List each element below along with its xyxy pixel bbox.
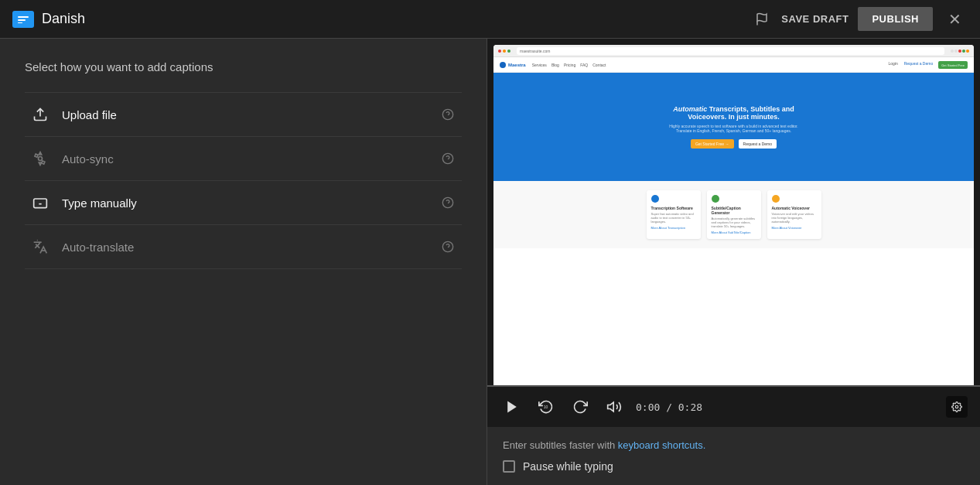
nav-blog: Blog (551, 63, 559, 67)
browser-mockup: maestrasuite.com (493, 45, 974, 387)
publish-button[interactable]: PUBLISH (858, 7, 933, 31)
video-progress-bar[interactable] (487, 385, 980, 387)
volume-button[interactable] (602, 394, 627, 419)
feature-voiceover-text: Voiceover and edit your videos into fore… (772, 212, 817, 224)
hero-buttons: Get Started Free → Request a Demo (691, 139, 777, 149)
feature-transcription-link: More About Transcription (651, 226, 696, 230)
nav-request-demo: Request a Demo (904, 61, 934, 69)
website-logo: Maestra (500, 62, 526, 68)
forward-button[interactable] (568, 394, 592, 419)
option-auto-translate[interactable]: Auto-translate (25, 225, 462, 269)
option-auto-sync[interactable]: Auto-sync (25, 137, 462, 181)
svg-rect-2 (18, 19, 26, 21)
feature-transcription-icon (651, 195, 659, 203)
left-panel: Select how you want to add captions Uplo… (0, 39, 487, 485)
pause-while-typing-checkbox[interactable] (503, 460, 515, 473)
section-title: Select how you want to add captions (25, 60, 462, 73)
hero-title: Automatic Transcripts, Subtitles andVoic… (673, 105, 794, 121)
feature-voiceover-title: Automatic Voiceover (772, 206, 817, 210)
flag-button[interactable] (752, 9, 772, 29)
website-logo-icon (500, 62, 506, 68)
play-button[interactable] (500, 394, 524, 419)
website-logo-text: Maestra (508, 63, 526, 67)
website-hero: Automatic Transcripts, Subtitles andVoic… (493, 73, 974, 181)
browser-action-icon-5 (966, 50, 969, 53)
options-list: Upload file (25, 92, 462, 269)
hero-subtitle: Highly accurate speech to text software … (669, 124, 797, 133)
time-display: 0:00 / 0:28 (636, 401, 702, 413)
browser-bar: maestrasuite.com (493, 45, 974, 57)
auto-sync-label: Auto-sync (62, 152, 428, 166)
feature-transcription: Transcription Software Super fast automa… (647, 190, 701, 239)
pause-while-typing-label: Pause while typing (523, 460, 613, 473)
svg-point-26 (955, 405, 958, 408)
feature-voiceover-link: More About Voiceover (772, 226, 817, 230)
app-logo-icon (12, 11, 34, 28)
nav-get-started-text: Get Started Free (941, 63, 965, 67)
feature-subtitle: Subtitle/Caption Generator Automatically… (707, 190, 761, 239)
video-preview: maestrasuite.com (487, 39, 980, 387)
hero-get-started-btn: Get Started Free → (691, 139, 734, 149)
close-button[interactable]: ✕ (942, 7, 968, 32)
upload-file-label: Upload file (62, 108, 428, 121)
feature-subtitle-text: Automatically generate subtitles and cap… (712, 217, 756, 229)
hero-request-demo-btn: Request a Demo (739, 139, 777, 149)
option-upload-file[interactable]: Upload file (25, 92, 462, 137)
browser-action-icon-1 (951, 50, 954, 53)
nav-services: Services (532, 63, 547, 67)
website-nav: Maestra Services Blog Pricing FAQ Contac… (493, 57, 974, 73)
feature-transcription-title: Transcription Software (651, 206, 696, 210)
browser-dot-yellow (503, 50, 506, 53)
save-draft-button[interactable]: SAVE DRAFT (781, 13, 849, 25)
pause-typing-row: Pause while typing (503, 460, 965, 473)
feature-voiceover: Automatic Voiceover Voiceover and edit y… (767, 190, 821, 239)
browser-action-icon-4 (962, 50, 965, 53)
main-content: Select how you want to add captions Uplo… (0, 39, 980, 485)
website-features: Transcription Software Super fast automa… (493, 181, 974, 248)
rewind-button[interactable]: 10 (534, 394, 558, 419)
header-logo: Danish (12, 11, 752, 28)
svg-rect-3 (18, 22, 22, 23)
shortcuts-text: Enter subtitles faster with keyboard sho… (503, 439, 965, 451)
bottom-info: Enter subtitles faster with keyboard sho… (487, 427, 980, 485)
feature-voiceover-icon (772, 195, 780, 203)
option-type-manually[interactable]: Type manually (25, 181, 462, 225)
translate-icon (31, 237, 50, 256)
type-manually-help-icon[interactable] (440, 195, 456, 210)
nav-pricing: Pricing (564, 63, 575, 67)
browser-icons (951, 50, 969, 53)
type-manually-label: Type manually (62, 196, 428, 210)
header: Danish SAVE DRAFT PUBLISH ✕ (0, 0, 980, 39)
video-container: maestrasuite.com (487, 39, 980, 387)
browser-action-icon-2 (954, 50, 958, 53)
browser-dot-green (507, 50, 510, 53)
browser-dot-red (498, 50, 501, 53)
svg-rect-1 (18, 16, 29, 18)
feature-transcription-text: Super fast automatic video and audio to … (651, 212, 696, 224)
nav-faq: FAQ (580, 63, 588, 67)
website-nav-items: Services Blog Pricing FAQ Contact (532, 63, 606, 67)
upload-help-icon[interactable] (440, 107, 456, 122)
auto-sync-help-icon[interactable] (440, 151, 456, 166)
auto-sync-icon (31, 149, 50, 168)
video-controls: 10 0:00 / 0:28 (487, 387, 980, 427)
website-nav-buttons: Login Request a Demo Get Started Free (888, 61, 968, 69)
browser-action-icon-3 (958, 50, 961, 53)
svg-marker-25 (608, 402, 614, 412)
header-actions: SAVE DRAFT PUBLISH ✕ (752, 7, 968, 32)
right-panel: maestrasuite.com (487, 39, 980, 485)
feature-subtitle-icon (712, 195, 719, 203)
svg-text:10: 10 (544, 405, 548, 409)
auto-translate-help-icon[interactable] (440, 239, 456, 254)
nav-contact: Contact (592, 63, 606, 67)
upload-icon (31, 105, 50, 124)
browser-url-bar: maestrasuite.com (517, 47, 944, 55)
svg-marker-23 (507, 401, 517, 413)
feature-subtitle-title: Subtitle/Caption Generator (712, 206, 756, 215)
svg-rect-11 (34, 199, 47, 208)
browser-dots (498, 50, 510, 53)
keyboard-shortcuts-link[interactable]: keyboard shortcuts. (618, 439, 705, 451)
auto-translate-label: Auto-translate (62, 241, 428, 254)
settings-button[interactable] (946, 396, 968, 418)
keyboard-icon (31, 193, 50, 212)
